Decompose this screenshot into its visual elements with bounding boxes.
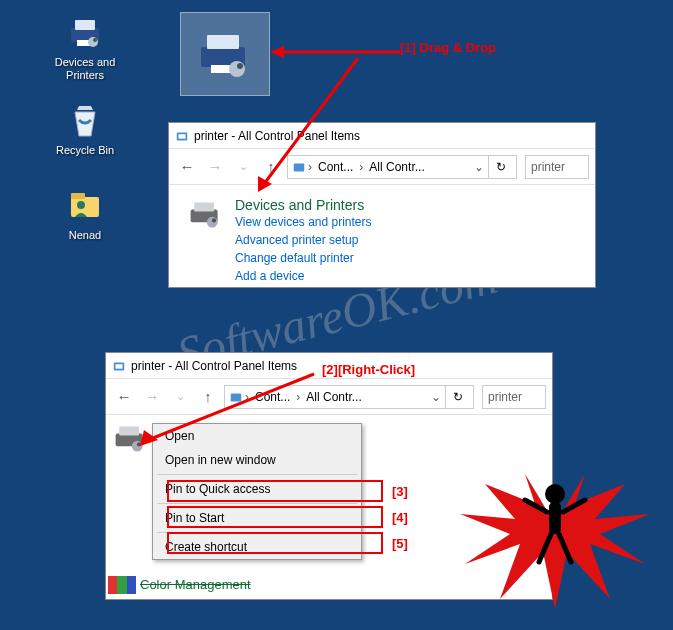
menu-separator <box>157 474 357 475</box>
color-management-link[interactable]: Color Management <box>140 577 251 592</box>
color-management-icon[interactable] <box>108 576 136 594</box>
arrow-3 <box>134 370 324 450</box>
svg-rect-5 <box>71 197 99 217</box>
menu-open-new-window[interactable]: Open in new window <box>153 448 361 472</box>
result-link[interactable]: Add a device <box>235 267 372 285</box>
recycle-bin-icon <box>65 100 105 140</box>
svg-point-21 <box>212 218 216 222</box>
svg-rect-34 <box>549 502 561 534</box>
desktop-icon-user-folder[interactable]: Nenad <box>50 185 120 242</box>
result-link[interactable]: Advanced printer setup <box>235 231 372 249</box>
annotation-4: [4] <box>392 510 408 525</box>
svg-point-33 <box>545 484 565 504</box>
arrow-2 <box>248 58 388 198</box>
menu-pin-quick-access[interactable]: Pin to Quick access <box>153 477 361 501</box>
svg-line-31 <box>148 374 314 440</box>
svg-rect-9 <box>207 35 239 49</box>
menu-separator <box>157 532 357 533</box>
result-link[interactable]: Change default printer <box>235 249 372 267</box>
menu-create-shortcut[interactable]: Create shortcut <box>153 535 361 559</box>
softwareok-logo-icon <box>455 434 655 614</box>
menu-pin-start[interactable]: Pin to Start <box>153 506 361 530</box>
printer-large-icon <box>195 29 255 79</box>
svg-rect-19 <box>194 202 214 211</box>
chevron-down-icon[interactable]: ⌄ <box>431 390 441 404</box>
svg-rect-6 <box>71 193 85 199</box>
icon-label: Devices and Printers <box>50 56 120 82</box>
back-button[interactable]: ← <box>175 155 199 179</box>
forward-button[interactable]: → <box>203 155 227 179</box>
annotation-1: [1] Drag & Drop <box>400 40 496 55</box>
svg-marker-14 <box>270 46 284 58</box>
refresh-button[interactable]: ↻ <box>445 385 469 409</box>
icon-label: Recycle Bin <box>50 144 120 157</box>
desktop-icon-recycle-bin[interactable]: Recycle Bin <box>50 100 120 157</box>
search-input[interactable]: printer <box>525 155 589 179</box>
svg-rect-16 <box>179 134 186 138</box>
annotation-5: [5] <box>392 536 408 551</box>
annotation-3: [3] <box>392 484 408 499</box>
svg-point-3 <box>88 37 98 47</box>
result-link[interactable]: View devices and printers <box>235 213 372 231</box>
svg-point-12 <box>237 63 243 69</box>
back-button[interactable]: ← <box>112 385 136 409</box>
svg-rect-1 <box>75 20 95 30</box>
printer-icon <box>187 197 223 233</box>
user-folder-icon <box>65 185 105 225</box>
search-input[interactable]: printer <box>482 385 546 409</box>
control-panel-icon <box>175 129 189 143</box>
window-body: Devices and Printers View devices and pr… <box>169 185 595 297</box>
annotation-2: [2][Right-Click] <box>322 362 415 377</box>
printer-icon <box>65 12 105 52</box>
svg-point-7 <box>77 201 85 209</box>
desktop-icon-devices-printers[interactable]: Devices and Printers <box>50 12 120 82</box>
svg-line-22 <box>264 58 358 184</box>
search-result: Devices and Printers View devices and pr… <box>187 197 577 285</box>
control-panel-icon <box>112 359 126 373</box>
menu-separator <box>157 503 357 504</box>
icon-label: Nenad <box>50 229 120 242</box>
chevron-down-icon[interactable]: ⌄ <box>474 160 484 174</box>
svg-point-4 <box>93 38 97 42</box>
svg-point-20 <box>207 217 218 228</box>
svg-point-11 <box>229 61 245 77</box>
refresh-button[interactable]: ↻ <box>488 155 512 179</box>
result-title[interactable]: Devices and Printers <box>235 197 372 213</box>
svg-rect-25 <box>116 364 123 368</box>
